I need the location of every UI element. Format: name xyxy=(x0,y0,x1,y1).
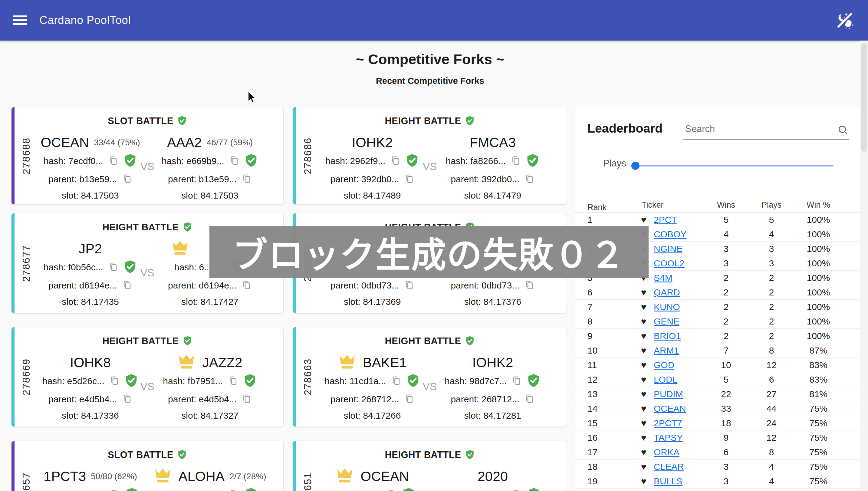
ticker-link[interactable]: ORKA xyxy=(654,447,680,457)
ticker-link[interactable]: OCEAN xyxy=(654,404,686,413)
ticker-link[interactable]: 2PCT7 xyxy=(654,418,682,428)
ticker-link[interactable]: BULLS xyxy=(654,476,683,486)
wins-cell: 33 xyxy=(702,404,750,414)
favorite-heart-icon[interactable]: ♥ xyxy=(641,418,647,428)
scrollbar-thumb[interactable] xyxy=(861,43,867,152)
copy-icon[interactable] xyxy=(387,489,397,491)
ticker-link[interactable]: BRIO1 xyxy=(654,331,681,341)
favorite-heart-icon[interactable]: ♥ xyxy=(641,287,647,297)
copy-icon[interactable] xyxy=(241,173,252,185)
plays-cell: 44 xyxy=(747,404,796,414)
copy-icon[interactable] xyxy=(241,394,252,405)
app-title: Cardano PoolTool xyxy=(39,14,131,27)
win-pct-cell: 100% xyxy=(794,273,843,283)
ticker-link[interactable]: GENE xyxy=(654,316,680,326)
leaderboard-row: 10♥ARM17887% xyxy=(574,343,868,358)
leaderboard-row: 19♥BULLS3475% xyxy=(574,474,868,489)
plays-cell: 4 xyxy=(747,476,796,487)
copy-icon[interactable] xyxy=(524,394,535,405)
favorite-heart-icon[interactable]: ♥ xyxy=(641,302,647,312)
copy-icon[interactable] xyxy=(512,489,522,491)
win-pct-cell: 100% xyxy=(794,229,843,239)
vs-label: VS xyxy=(293,161,567,173)
copy-icon[interactable] xyxy=(110,489,120,491)
page-title: ~ Competitive Forks ~ xyxy=(0,51,860,67)
battle-type-label: HEIGHT BATTLE xyxy=(385,116,461,126)
search-icon[interactable] xyxy=(837,124,849,138)
favorite-heart-icon[interactable]: ♥ xyxy=(641,462,647,472)
favorite-heart-icon[interactable]: ♥ xyxy=(641,404,647,414)
ticker-cell: QARD xyxy=(654,287,680,297)
plays-slider[interactable] xyxy=(631,161,834,170)
copy-icon[interactable] xyxy=(524,280,535,291)
slider-track[interactable] xyxy=(631,165,834,167)
ticker-link[interactable]: S4M xyxy=(654,273,672,283)
column-win-pct[interactable]: Win % xyxy=(794,200,843,210)
ticker-link[interactable]: KUNO xyxy=(654,302,680,312)
ticker-link[interactable]: PUDIM xyxy=(654,389,683,399)
ticker-link[interactable]: GOD xyxy=(654,360,674,370)
copy-icon[interactable] xyxy=(122,173,132,185)
copy-icon[interactable] xyxy=(524,173,535,185)
hash-value: hash: 6501... xyxy=(329,490,381,491)
win-pct-cell: 100% xyxy=(794,331,843,341)
slider-thumb[interactable] xyxy=(631,162,639,170)
crown-icon xyxy=(338,354,356,371)
win-pct-cell: 81% xyxy=(794,389,843,399)
ticker-link[interactable]: QARD xyxy=(654,287,680,297)
copy-icon[interactable] xyxy=(404,394,414,405)
favorite-heart-icon[interactable]: ♥ xyxy=(641,331,647,341)
column-wins[interactable]: Wins xyxy=(702,200,750,210)
copy-icon[interactable] xyxy=(404,173,414,185)
leaderboard-row: 14♥OCEAN334475% xyxy=(574,401,868,416)
favorite-heart-icon[interactable]: ♥ xyxy=(641,476,647,487)
favorite-heart-icon[interactable]: ♥ xyxy=(641,389,647,399)
pool-stats: 2/7 (28%) xyxy=(230,472,266,481)
slot-value: slot: 84.17435 xyxy=(62,297,119,307)
favorite-heart-icon[interactable]: ♥ xyxy=(641,345,647,356)
favorite-heart-icon[interactable]: ♥ xyxy=(641,447,647,457)
leaderboard-row: 16♥TAPSY91275% xyxy=(574,430,868,445)
wins-cell: 2 xyxy=(702,302,750,312)
copy-icon[interactable] xyxy=(122,280,132,291)
copy-icon[interactable] xyxy=(404,280,414,291)
wins-cell: 2 xyxy=(702,273,750,283)
column-plays[interactable]: Plays xyxy=(747,200,796,210)
ticker-link[interactable]: LODL xyxy=(654,374,677,384)
ticker-link[interactable]: 2PCT xyxy=(654,214,677,225)
slot-value: slot: 84.17427 xyxy=(181,297,238,307)
slot-value: slot: 84.17266 xyxy=(344,410,401,421)
rank-cell: 8 xyxy=(588,316,593,327)
search-input[interactable] xyxy=(683,122,849,140)
ticker-link[interactable]: TAPSY xyxy=(654,433,683,442)
battle-type-label: HEIGHT BATTLE xyxy=(102,222,179,233)
ticker-cell: 2PCT7 xyxy=(654,418,682,428)
favorite-heart-icon[interactable]: ♥ xyxy=(641,214,647,225)
ticker-link[interactable]: ARM1 xyxy=(654,345,679,355)
win-pct-cell: 87% xyxy=(794,345,843,356)
favorite-heart-icon[interactable]: ♥ xyxy=(641,316,647,327)
column-ticker[interactable]: Ticker xyxy=(641,200,664,210)
favorite-heart-icon[interactable]: ♥ xyxy=(641,360,647,370)
vertical-scrollbar[interactable] xyxy=(860,40,868,491)
wins-cell: 3 xyxy=(702,462,750,472)
rank-cell: 14 xyxy=(588,404,597,414)
menu-icon[interactable] xyxy=(13,13,27,27)
ticker-link[interactable]: CLEAR xyxy=(654,462,684,472)
copy-icon[interactable] xyxy=(122,394,132,405)
copy-icon[interactable] xyxy=(241,280,252,291)
win-pct-cell: 100% xyxy=(794,214,843,225)
favorite-heart-icon[interactable]: ♥ xyxy=(641,374,647,385)
battle-card: 278669 HEIGHT BATTLE IOHK8hash: e5d26c..… xyxy=(11,327,283,427)
verified-shield-icon xyxy=(465,450,475,461)
favorite-heart-icon[interactable]: ♥ xyxy=(641,433,647,443)
leaderboard-row: 8♥GENE22100% xyxy=(574,314,868,329)
plays-label: Plays xyxy=(603,158,626,169)
verified-shield-icon xyxy=(182,222,192,233)
ticker-link[interactable]: COBOY xyxy=(654,229,686,239)
copy-icon[interactable] xyxy=(229,489,239,491)
ticker-link[interactable]: NGINE xyxy=(654,244,683,254)
theme-toggle-icon[interactable] xyxy=(836,11,854,29)
rank-cell: 7 xyxy=(588,302,593,312)
ticker-link[interactable]: COOL2 xyxy=(654,258,685,268)
